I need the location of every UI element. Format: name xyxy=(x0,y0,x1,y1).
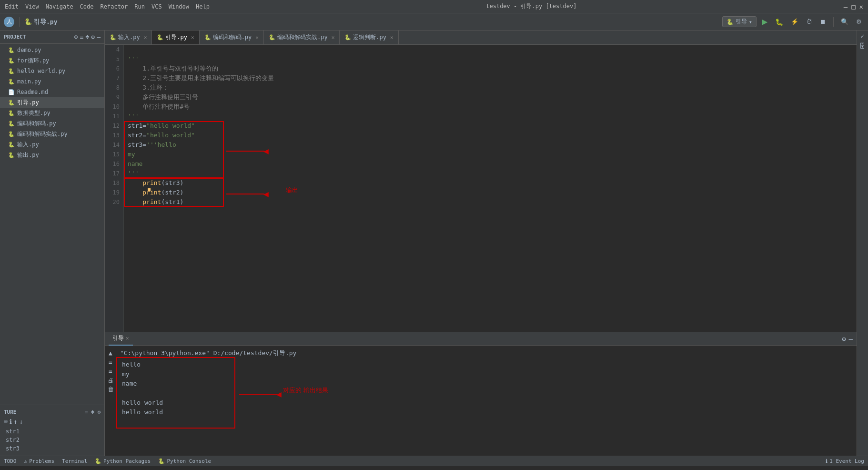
structure-btn1[interactable]: ⌨ xyxy=(4,418,8,425)
menu-bar[interactable]: Edit View Navigate Code Refactor Run VCS… xyxy=(5,3,210,10)
sidebar-item-main[interactable]: 🐍 main.py xyxy=(0,76,104,87)
settings-button[interactable]: ⚙ xyxy=(854,17,864,27)
tab-encode2[interactable]: 🐍 编码和解码实战.py ✕ xyxy=(264,31,340,45)
statusbar-terminal[interactable]: Terminal xyxy=(62,458,87,464)
sidebar-add-icon[interactable]: ⊕ xyxy=(74,33,78,41)
terminal-btn3[interactable]: 🖨 xyxy=(108,377,114,384)
structure-icon2[interactable]: ≑ xyxy=(91,409,94,415)
sidebar-item-encode[interactable]: 🐍 编码和解码.py xyxy=(0,118,104,129)
code-token: print xyxy=(142,178,161,188)
terminal-up-arrow[interactable]: ▲ xyxy=(109,349,112,357)
tab-logic[interactable]: 🐍 逻辑判断.py ✕ xyxy=(340,31,398,45)
terminal-settings-icon[interactable]: ⚙ xyxy=(842,335,846,343)
menu-view[interactable]: View xyxy=(25,3,39,10)
structure-icon3[interactable]: ⚙ xyxy=(97,409,101,415)
code-editor[interactable]: 4 5 6 7 8 9 10 11 12 13 14 15 16 17 18 1… xyxy=(105,45,857,332)
menu-refactor[interactable]: Refactor xyxy=(101,3,128,10)
structure-icon1[interactable]: ≡ xyxy=(85,409,88,415)
tab-close4[interactable]: ✕ xyxy=(332,34,335,41)
sidebar-item-readme[interactable]: 📄 Readme.md xyxy=(0,87,104,97)
tab-close2[interactable]: ✕ xyxy=(191,34,194,41)
minimize-button[interactable]: — xyxy=(844,3,848,10)
statusbar-py-label: Python Packages xyxy=(103,458,151,464)
statusbar-event-icon: ℹ xyxy=(826,458,828,464)
statusbar-problems-icon: ⚠ xyxy=(24,458,28,464)
terminal-btn1[interactable]: ≡ xyxy=(109,358,112,366)
run-config-dropdown[interactable]: ▾ xyxy=(749,19,752,25)
sidebar-item-datatypes[interactable]: 🐍 数据类型.py xyxy=(0,108,104,118)
structure-btn4[interactable]: ↓ xyxy=(20,418,23,425)
tab-py-icon3: 🐍 xyxy=(204,34,211,41)
tab-input[interactable]: 🐍 输入.py ✕ xyxy=(105,31,152,45)
structure-header-icons[interactable]: ≡ ≑ ⚙ xyxy=(85,409,101,415)
sidebar-item-hello[interactable]: 🐍 hello world.py xyxy=(0,66,104,76)
menu-navigate[interactable]: Navigate xyxy=(46,3,73,10)
terminal-icons[interactable]: ⚙ — xyxy=(842,335,853,343)
menu-run[interactable]: Run xyxy=(134,3,145,10)
profile-button[interactable]: ⏱ xyxy=(804,17,815,27)
code-content[interactable]: ''' 1.单引号与双引号时等价的 2.三引号主要是用来注释和编写可以换行的变量… xyxy=(124,45,857,332)
statusbar-problems[interactable]: ⚠ Problems xyxy=(24,458,55,464)
window-controls[interactable]: — □ ✕ xyxy=(844,3,863,10)
structure-item-str1[interactable]: str1 xyxy=(4,427,101,436)
run-config[interactable]: 🐍 引导 ▾ xyxy=(722,16,757,27)
sidebar-item-output[interactable]: 🐍 输出.py xyxy=(0,150,104,160)
tab-guide[interactable]: 🐍 引导.py ✕ xyxy=(152,31,199,45)
menu-edit[interactable]: Edit xyxy=(5,3,19,10)
code-token: ''' xyxy=(128,54,139,64)
coverage-button[interactable]: ⚡ xyxy=(788,17,801,27)
tab-close5[interactable]: ✕ xyxy=(390,34,394,41)
terminal-line-hw2: hello world xyxy=(122,408,163,417)
structure-btn3[interactable]: ↑ xyxy=(14,418,18,425)
tab-py-icon4: 🐍 xyxy=(269,34,275,41)
terminal-btn2[interactable]: ≡ xyxy=(109,368,112,375)
statusbar-python-console[interactable]: 🐍 Python Console xyxy=(158,458,211,464)
sidebar-item-label: Readme.md xyxy=(17,89,48,95)
stop-button[interactable]: ⏹ xyxy=(818,17,828,27)
structure-item-str2[interactable]: str2 xyxy=(4,436,101,444)
sidebar-item-guide[interactable]: 🐍 引导.py xyxy=(0,97,104,108)
statusbar-python-packages[interactable]: 🐍 Python Packages xyxy=(95,458,151,464)
tab-label: 引导.py xyxy=(165,33,187,41)
structure-header[interactable]: ture ≡ ≑ ⚙ xyxy=(0,407,104,417)
statusbar-event-log[interactable]: ℹ 1 Event Log xyxy=(826,458,864,464)
sidebar-settings-icon[interactable]: ⚙ xyxy=(91,33,95,41)
terminal-tab-close[interactable]: ✕ xyxy=(126,335,129,341)
sidebar-list-icon[interactable]: ≡ xyxy=(80,33,84,41)
debug-button[interactable]: 🐛 xyxy=(773,17,786,27)
code-line-17: ''' xyxy=(128,169,853,178)
statusbar-todo[interactable]: TODO xyxy=(4,458,17,464)
run-config-icon: 🐍 xyxy=(727,19,734,25)
sidebar-item-for[interactable]: 🐍 for循环.py xyxy=(0,55,104,66)
sidebar-icons[interactable]: ⊕ ≡ ≑ ⚙ — xyxy=(74,33,101,41)
right-panel-db[interactable]: 🗄 xyxy=(859,42,866,50)
menu-window[interactable]: Window xyxy=(169,3,189,10)
tab-close3[interactable]: ✕ xyxy=(255,34,259,41)
sidebar-sort-icon[interactable]: ≑ xyxy=(86,33,90,41)
terminal-delete-btn[interactable]: 🗑 xyxy=(108,386,114,393)
terminal-collapse-icon[interactable]: — xyxy=(849,335,853,343)
menu-code[interactable]: Code xyxy=(80,3,94,10)
maximize-button[interactable]: □ xyxy=(851,3,855,10)
tab-close[interactable]: ✕ xyxy=(144,34,147,41)
sidebar-item-demo[interactable]: 🐍 demo.py xyxy=(0,45,104,55)
sidebar-collapse-icon[interactable]: — xyxy=(97,33,101,41)
terminal-tab-guide[interactable]: 引导 ✕ xyxy=(109,332,133,346)
structure-btn2[interactable]: ℹ xyxy=(10,418,12,425)
search-button[interactable]: 🔍 xyxy=(838,17,851,27)
code-line-12: str1="hello world" xyxy=(128,121,853,131)
code-token: "hello world" xyxy=(146,121,195,131)
tab-encode[interactable]: 🐍 编码和解码.py ✕ xyxy=(200,31,264,45)
sidebar-item-encode2[interactable]: 🐍 编码和解码实战.py xyxy=(0,129,104,139)
run-button[interactable]: ▶ xyxy=(759,16,770,28)
sidebar-item-input[interactable]: 🐍 输入.py xyxy=(0,139,104,150)
code-token: "hello world" xyxy=(146,131,195,140)
menu-vcs[interactable]: VCS xyxy=(151,3,162,10)
tab-label: 编码和解码.py xyxy=(213,33,252,41)
menu-help[interactable]: Help xyxy=(196,3,210,10)
user-avatar[interactable]: 人 xyxy=(4,17,14,27)
structure-title: ture xyxy=(4,409,85,415)
structure-item-str3[interactable]: str3 xyxy=(4,444,101,453)
close-button[interactable]: ✕ xyxy=(859,3,863,10)
right-panel-check[interactable]: ✓ xyxy=(861,32,865,40)
